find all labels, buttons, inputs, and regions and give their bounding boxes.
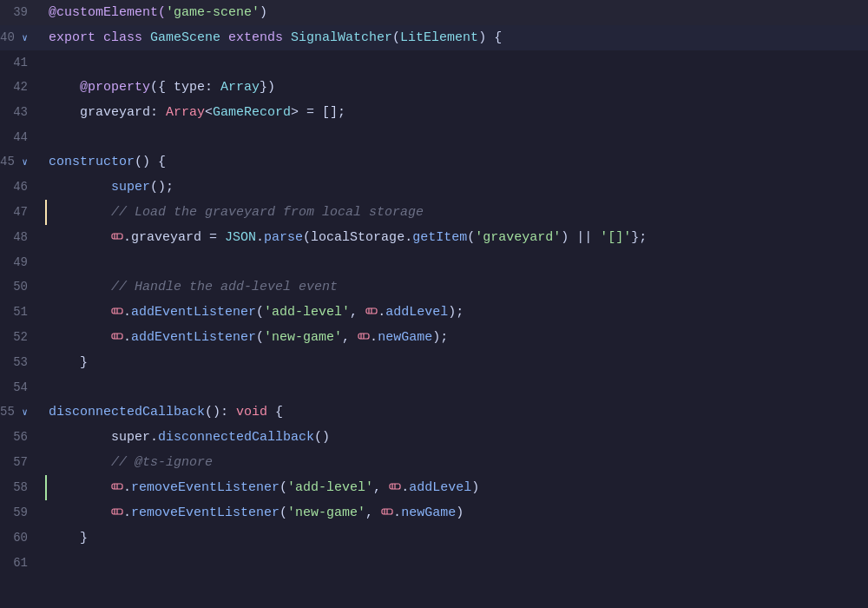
comment-token: // @ts-ignore (111, 455, 213, 470)
plain-token: graveyard (80, 105, 150, 120)
plain-token: , (342, 330, 358, 345)
line-content: .addEventListener('new-game', .newGame); (45, 325, 868, 350)
method-token: getItem (412, 230, 467, 245)
this-symbol (111, 475, 123, 499)
line-number: 52 (0, 325, 45, 349)
fold-indicator[interactable]: ∨ (22, 26, 28, 50)
plain-token: . (123, 506, 131, 520)
method-token: removeEventListener (131, 506, 279, 520)
this-symbol (111, 500, 123, 525)
type-token: Array (166, 105, 205, 120)
string-token: 'new-game' (264, 330, 342, 345)
code-line: 52 .addEventListener('new-game', .newGam… (0, 325, 868, 350)
comment-token: // Load the graveyard from local storage (111, 205, 424, 220)
method-token: addEventListener (131, 330, 256, 345)
code-line: 53 } (0, 350, 868, 375)
code-line: 41 (0, 50, 868, 75)
code-line: 48 .graveyard = JSON.parse(localStorage.… (0, 225, 868, 250)
string-token: 'game-scene' (166, 5, 260, 20)
line-number: 42 (0, 75, 45, 99)
plain-token: ( (392, 30, 400, 45)
keyword-token: extends (220, 30, 291, 45)
plain-token: ( (256, 305, 264, 320)
line-number: 59 (0, 500, 45, 525)
plain-token: . (123, 480, 131, 495)
plain-token: ) (456, 506, 464, 520)
method-token: removeEventListener (131, 480, 279, 495)
plain-token: } (80, 531, 88, 545)
fold-indicator[interactable]: ∨ (22, 400, 28, 425)
code-line: 50 // Handle the add-level event (0, 274, 868, 300)
plain-token: ( (467, 230, 475, 245)
plain-token: . (123, 305, 131, 320)
line-number: 54 (0, 375, 45, 400)
keyword-token: export class (49, 30, 150, 45)
line-number: 56 (0, 425, 45, 449)
plain-token: ( (303, 230, 311, 245)
line-content: } (45, 526, 868, 551)
line-content: } (45, 351, 868, 375)
plain-token: < (205, 105, 213, 120)
plain-token: , (373, 480, 389, 495)
plain-token: : (150, 105, 166, 120)
this-symbol (381, 500, 393, 525)
function-token: constructor (49, 155, 135, 169)
plain-token: . (393, 506, 401, 520)
line-content: .addEventListener('add-level', .addLevel… (45, 300, 868, 325)
code-line: 57 // @ts-ignore (0, 450, 868, 475)
plain-token: ) { (478, 30, 502, 45)
plain-token: ); (432, 330, 448, 345)
line-number: 46 (0, 175, 45, 199)
line-number: 58 (0, 475, 45, 499)
fold-indicator[interactable]: ∨ (22, 150, 28, 175)
method-token: addEventListener (131, 305, 256, 320)
code-line: 58 .removeEventListener('add-level', .ad… (0, 475, 868, 500)
line-content: .removeEventListener('new-game', .newGam… (45, 500, 868, 525)
class-token: SignalWatcher (291, 30, 392, 45)
plain-token: ); (448, 305, 464, 320)
code-line: 49 (0, 250, 868, 274)
plain-token: . (123, 330, 131, 345)
plain-token: > = []; (291, 105, 345, 120)
code-line: 59 .removeEventListener('new-game', .new… (0, 500, 868, 525)
string-token: 'add-level' (264, 305, 350, 320)
plain-token: . (256, 230, 264, 245)
this-symbol (358, 325, 370, 349)
code-line: 61 (0, 551, 868, 575)
code-line: 43 graveyard: Array<GameRecord> = []; (0, 100, 868, 125)
class-token: GameRecord (213, 105, 291, 120)
plain-token: , (365, 506, 381, 520)
plain-token: { (267, 405, 283, 420)
plain-token: super. (111, 430, 158, 445)
plain-token: ( (256, 330, 264, 345)
line-number: 43 (0, 100, 45, 124)
plain-token: ) (260, 5, 267, 20)
code-line: 55 ∨disconnectedCallback(): void { (0, 400, 868, 425)
method-token: addLevel (385, 305, 448, 320)
plain-token: type (174, 80, 205, 95)
line-number: 48 (0, 225, 45, 249)
class-token: LitElement (400, 30, 478, 45)
line-number: 41 (0, 50, 45, 75)
plain-token: (): (205, 405, 236, 420)
string-token: '[]' (600, 230, 631, 245)
class-token: JSON (225, 230, 256, 245)
line-number: 50 (0, 274, 45, 299)
line-content: disconnectedCallback(): void { (45, 400, 868, 425)
line-content: // Handle the add-level event (45, 275, 868, 300)
code-line: 60 } (0, 525, 868, 551)
method-token: newGame (378, 330, 432, 345)
line-number: 49 (0, 250, 45, 274)
plain-token: ( (279, 506, 287, 520)
line-number: 60 (0, 525, 45, 550)
plain-token: ) || (561, 230, 600, 245)
plain-token: }) (260, 80, 275, 95)
decorator-token: @property (80, 80, 150, 95)
code-line: 51 .addEventListener('add-level', .addLe… (0, 300, 868, 325)
this-symbol (389, 475, 401, 499)
plain-token: ({ (150, 80, 174, 95)
this-symbol (111, 225, 123, 249)
code-line: 47 // Load the graveyard from local stor… (0, 200, 868, 225)
plain-token: (); (150, 180, 174, 195)
line-number: 61 (0, 551, 45, 575)
